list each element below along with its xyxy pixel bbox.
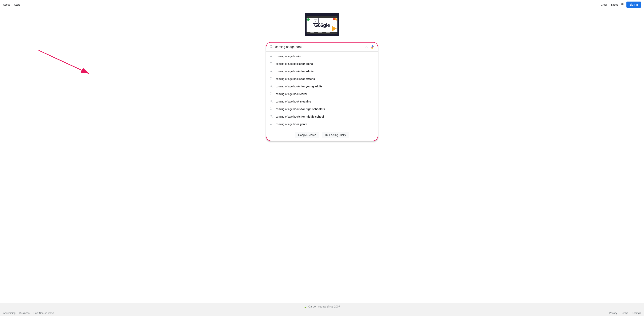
buttons-row: Google Search I'm Feeling Lucky <box>266 129 378 140</box>
suggestion-item[interactable]: coming of age books for adults <box>266 68 378 75</box>
suggestion-item[interactable]: coming of age books for young adults <box>266 83 378 90</box>
header-left-links: About Store <box>3 3 20 6</box>
suggestion-text-1: coming of age books for teens <box>276 62 313 65</box>
svg-line-14 <box>272 87 272 87</box>
svg-line-1 <box>272 47 272 48</box>
settings-link[interactable]: Settings <box>632 311 641 314</box>
suggestion-text-5: coming of age books 2021 <box>276 92 307 96</box>
suggestion-item[interactable]: coming of age books <box>266 52 378 60</box>
apps-menu-icon[interactable] <box>620 2 625 7</box>
svg-line-16 <box>272 94 272 95</box>
suggestion-text-8: coming of age books for middle school <box>276 115 324 118</box>
suggestion-text-0: coming of age books <box>276 55 300 58</box>
google-logo-image: ROUTE 66 G66gle <box>305 13 339 36</box>
footer-left-links: Advertising Business How Search works <box>3 311 54 314</box>
terms-link[interactable]: Terms <box>621 311 628 314</box>
suggestion-item[interactable]: coming of age book meaning <box>266 98 378 105</box>
suggestion-text-7: coming of age books for high schoolers <box>276 107 325 111</box>
privacy-link[interactable]: Privacy <box>609 311 617 314</box>
search-box: ✕ coming of age books <box>266 42 378 141</box>
suggestion-text-2: coming of age books for adults <box>276 70 314 73</box>
sign-in-button[interactable]: Sign in <box>626 2 641 8</box>
suggestion-search-icon-2 <box>270 69 272 73</box>
svg-line-22 <box>272 117 272 118</box>
svg-line-10 <box>272 72 272 72</box>
suggestion-text-6: coming of age book meaning <box>276 100 311 103</box>
footer: 🍃 Carbon neutral since 2007 Advertising … <box>0 303 644 316</box>
about-link[interactable]: About <box>3 3 10 6</box>
suggestion-text-4: coming of age books for young adults <box>276 85 322 88</box>
suggestion-search-icon-4 <box>270 85 272 88</box>
suggestion-item[interactable]: coming of age books 2021 <box>266 90 378 98</box>
svg-rect-2 <box>372 45 373 47</box>
logo-area: ROUTE 66 G66gle <box>0 13 644 36</box>
suggestion-item[interactable]: coming of age books for tweens <box>266 75 378 83</box>
footer-bottom: Advertising Business How Search works Pr… <box>0 310 644 316</box>
svg-line-24 <box>272 124 272 125</box>
store-link[interactable]: Store <box>14 3 20 6</box>
footer-carbon: 🍃 Carbon neutral since 2007 <box>0 303 644 310</box>
how-search-works-link[interactable]: How Search works <box>34 311 54 314</box>
svg-line-20 <box>272 109 272 110</box>
business-link[interactable]: Business <box>19 311 30 314</box>
google-search-button[interactable]: Google Search <box>295 132 319 138</box>
svg-line-6 <box>272 57 272 57</box>
suggestion-text-9: coming of age book genre <box>276 123 307 126</box>
carbon-text: Carbon neutral since 2007 <box>308 305 340 308</box>
suggestion-search-icon-9 <box>270 122 272 126</box>
svg-line-8 <box>272 64 272 65</box>
suggestion-search-icon-5 <box>270 92 272 96</box>
suggestion-item[interactable]: coming of age book genre <box>266 120 378 128</box>
svg-line-12 <box>272 79 272 80</box>
suggestion-search-icon-1 <box>270 62 272 66</box>
footer-right-links: Privacy Terms Settings <box>609 311 641 314</box>
suggestion-text-3: coming of age books for tweens <box>276 77 315 80</box>
search-icon <box>270 45 273 49</box>
gmail-link[interactable]: Gmail <box>601 3 608 6</box>
suggestion-search-icon-7 <box>270 107 272 111</box>
suggestion-item[interactable]: coming of age books for teens <box>266 60 378 68</box>
images-link[interactable]: Images <box>610 3 618 6</box>
suggestion-search-icon-8 <box>270 115 272 118</box>
advertising-link[interactable]: Advertising <box>3 311 16 314</box>
mic-icon[interactable] <box>370 45 374 50</box>
suggestion-item[interactable]: coming of age books for middle school <box>266 113 378 120</box>
search-input-row: ✕ <box>266 43 378 52</box>
clear-icon[interactable]: ✕ <box>365 45 368 49</box>
leaf-icon: 🍃 <box>304 305 307 308</box>
header-right-links: Gmail Images Sign in <box>601 2 641 8</box>
svg-line-18 <box>272 102 272 102</box>
search-container: ✕ coming of age books <box>0 42 644 141</box>
search-input[interactable] <box>275 45 365 49</box>
feeling-lucky-button[interactable]: I'm Feeling Lucky <box>322 132 349 138</box>
suggestion-search-icon-6 <box>270 100 272 103</box>
suggestion-search-icon-3 <box>270 77 272 81</box>
header: About Store Gmail Images Sign in <box>0 0 644 9</box>
suggestion-search-icon-0 <box>270 54 272 58</box>
suggestion-item[interactable]: coming of age books for high schoolers <box>266 105 378 113</box>
suggestions-list: coming of age books coming of age books … <box>266 52 378 129</box>
